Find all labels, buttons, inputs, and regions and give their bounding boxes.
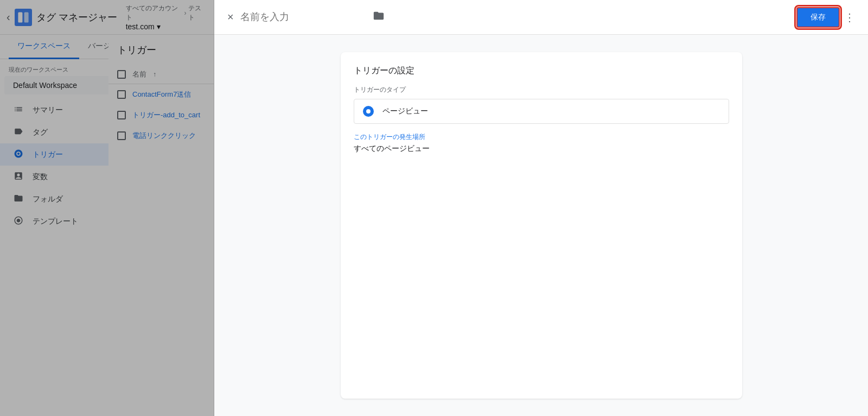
radio-inner bbox=[366, 109, 371, 114]
trigger-type-selector[interactable]: ページビュー bbox=[354, 99, 729, 124]
fire-section-label: このトリガーの発生場所 bbox=[354, 133, 729, 142]
trigger-name-input[interactable] bbox=[240, 11, 366, 23]
save-button[interactable]: 保存 bbox=[796, 7, 840, 28]
config-title: トリガーの設定 bbox=[354, 65, 729, 77]
modal-header-left: × bbox=[227, 10, 385, 24]
trigger-type-value: ページビュー bbox=[382, 106, 428, 116]
fire-value[interactable]: すべてのページビュー bbox=[354, 144, 729, 154]
close-button[interactable]: × bbox=[227, 11, 234, 23]
folder-assign-icon[interactable] bbox=[373, 10, 385, 24]
modal-body: トリガーの設定 トリガーのタイプ ページビュー このトリガーの発生場所 すべての… bbox=[214, 35, 868, 416]
radio-selected-icon bbox=[363, 106, 374, 117]
type-label: トリガーのタイプ bbox=[354, 85, 729, 94]
modal-header-right: 保存 ⋮ bbox=[796, 7, 855, 28]
trigger-config-card: トリガーの設定 トリガーのタイプ ページビュー このトリガーの発生場所 すべての… bbox=[341, 52, 742, 399]
modal-panel: × 保存 ⋮ トリガーの設定 トリガーのタイプ ページビュー このトリガーの発生… bbox=[214, 0, 868, 416]
more-options-button[interactable]: ⋮ bbox=[844, 11, 855, 24]
modal-header: × 保存 ⋮ bbox=[214, 0, 868, 35]
